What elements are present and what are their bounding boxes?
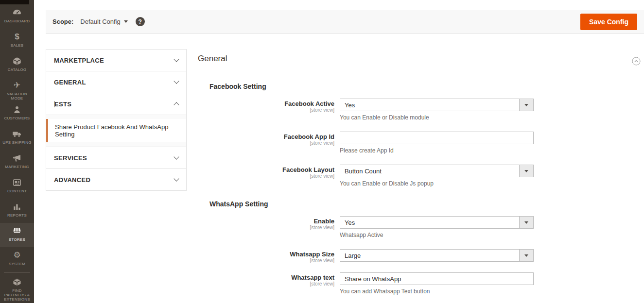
field-label: Facebook App Id [store view] xyxy=(198,132,340,154)
chevron-down-icon xyxy=(174,176,179,181)
scope-switcher[interactable]: Default Config xyxy=(80,18,127,25)
save-config-button[interactable]: Save Config xyxy=(580,14,637,30)
field-control: You can add Whatsapp Text button xyxy=(340,272,534,295)
help-icon[interactable]: ? xyxy=(136,17,145,26)
sidebar-item-marketing[interactable]: MARKETING xyxy=(0,150,34,174)
reports-icon xyxy=(12,202,22,212)
sidebar-item-sales[interactable]: $ SALES xyxy=(0,29,34,53)
caret-down-icon xyxy=(524,170,528,172)
field-scope-hint: [store view] xyxy=(198,173,334,179)
field-label: Facebook Layout [store view] xyxy=(198,165,340,187)
admin-sidebar: DASHBOARD $ SALES CATALOG ✈ VACATION MOD… xyxy=(0,0,34,303)
config-nav-header-general[interactable]: GENERAL xyxy=(46,71,186,93)
field-note: You can Enable or Disable Js popup xyxy=(340,180,534,187)
sidebar-item-label: VACATION MODE xyxy=(1,92,33,101)
chevron-down-icon xyxy=(174,78,179,84)
facebook-active-select[interactable]: Yes xyxy=(340,99,534,111)
whatsapp-setting-fields: Enable [store view] Yes Whatsapp Active xyxy=(198,216,625,295)
sidebar-item-label: CONTENT xyxy=(1,189,33,193)
catalog-icon xyxy=(12,56,22,66)
select-value: Yes xyxy=(340,99,519,111)
config-nav-header-ests[interactable]: ESTS xyxy=(46,93,186,115)
config-nav: MARKETPLACE GENERAL ESTS xyxy=(46,49,187,303)
section-title: ADVANCED xyxy=(54,176,90,184)
field-label-text: Facebook Active xyxy=(198,100,334,107)
section-title: SERVICES xyxy=(54,154,87,162)
sidebar-item-stores[interactable]: STORES xyxy=(0,223,34,247)
sidebar-item-label: DASHBOARD xyxy=(1,19,33,23)
select-dropdown-button[interactable] xyxy=(519,165,533,177)
caret-down-icon xyxy=(524,104,528,106)
collapse-section-icon[interactable] xyxy=(632,57,641,66)
sidebar-item-customers[interactable]: CUSTOMERS xyxy=(0,101,34,126)
select-dropdown-button[interactable] xyxy=(519,217,533,228)
sidebar-item-label: REPORTS xyxy=(1,213,33,218)
section-title: GENERAL xyxy=(54,79,86,86)
field-label-text: Whatsapp Size xyxy=(198,251,334,258)
sidebar-item-dashboard[interactable]: DASHBOARD xyxy=(0,4,34,29)
config-nav-section-general: GENERAL xyxy=(46,71,187,93)
config-nav-section-ests: ESTS Share Product Facebook And WhatsApp… xyxy=(46,93,187,147)
marketing-icon xyxy=(12,153,22,163)
sidebar-item-label: FIND PARTNERS & EXTENSIONS xyxy=(1,288,33,302)
config-nav-item-share-product-setting[interactable]: Share Product Facebook And WhatsApp Sett… xyxy=(46,119,186,142)
select-value: Large xyxy=(340,250,519,261)
caret-down-icon xyxy=(524,254,528,257)
facebook-layout-select[interactable]: Button Count xyxy=(340,165,534,177)
stores-icon xyxy=(12,226,22,236)
ups-shipping-icon xyxy=(12,129,22,139)
facebook-app-id-input[interactable] xyxy=(340,132,534,144)
field-note: Whatsapp Active xyxy=(340,232,534,238)
select-value: Yes xyxy=(340,217,519,228)
whatsapp-text-input[interactable] xyxy=(340,272,534,285)
whatsapp-size-select[interactable]: Large xyxy=(340,249,534,262)
admin-config-page: DASHBOARD $ SALES CATALOG ✈ VACATION MOD… xyxy=(0,0,644,303)
select-dropdown-button[interactable] xyxy=(519,250,533,261)
sidebar-item-label: MARKETING xyxy=(1,165,33,169)
caret-down-icon xyxy=(524,221,528,224)
section-title: MARKETPLACE xyxy=(54,57,104,64)
field-control: Yes You can Enable or Disable module xyxy=(340,99,534,121)
sidebar-divider xyxy=(4,272,30,273)
main-area: Scope: Default Config ? Save Config MARK… xyxy=(34,0,644,303)
chevron-down-icon xyxy=(124,20,128,23)
config-nav-header-services[interactable]: SERVICES xyxy=(46,147,186,168)
field-label: Whatsapp Size [store view] xyxy=(198,249,340,264)
field-control: Large xyxy=(340,249,534,264)
select-dropdown-button[interactable] xyxy=(519,99,533,111)
content-icon xyxy=(12,178,22,187)
field-control: Button Count You can Enable or Disable J… xyxy=(340,165,534,187)
page-actions-bar: Scope: Default Config ? Save Config xyxy=(46,10,644,34)
whatsapp-setting-heading: WhatsApp Setting xyxy=(209,200,625,209)
config-nav-header-advanced[interactable]: ADVANCED xyxy=(46,169,186,190)
field-scope-hint: [store view] xyxy=(198,107,334,113)
sidebar-item-vacation-mode[interactable]: ✈ VACATION MODE xyxy=(0,77,34,101)
field-row-facebook-app-id: Facebook App Id [store view] Please crea… xyxy=(198,132,625,154)
facebook-setting-fields: Facebook Active [store view] Yes You can… xyxy=(198,99,625,187)
whatsapp-enable-select[interactable]: Yes xyxy=(340,216,534,229)
field-label: Facebook Active [store view] xyxy=(198,99,340,121)
page-title: General xyxy=(198,53,625,65)
field-row-whatsapp-text: Whatsapp text [store view] You can add W… xyxy=(198,272,625,295)
sidebar-item-ups-shipping[interactable]: UPS SHIPPING xyxy=(0,126,34,150)
chevron-down-icon xyxy=(174,154,179,159)
sidebar-item-content[interactable]: CONTENT xyxy=(0,174,34,199)
vacation-mode-icon: ✈ xyxy=(14,81,20,90)
sidebar-item-catalog[interactable]: CATALOG xyxy=(0,53,34,77)
sidebar-item-reports[interactable]: REPORTS xyxy=(0,199,34,223)
select-value: Button Count xyxy=(340,165,519,177)
field-scope-hint: [store view] xyxy=(198,140,334,146)
field-label-text: Facebook App Id xyxy=(198,133,334,140)
sidebar-item-system[interactable]: ⚙ SYSTEM xyxy=(0,247,34,271)
field-row-whatsapp-enable: Enable [store view] Yes Whatsapp Active xyxy=(198,216,625,238)
field-label-text: Facebook Layout xyxy=(198,166,334,173)
sales-icon: $ xyxy=(15,32,19,42)
config-nav-header-marketplace[interactable]: MARKETPLACE xyxy=(46,50,186,71)
sidebar-item-find-partners[interactable]: FIND PARTNERS & EXTENSIONS xyxy=(0,274,34,298)
magento-logo-strip[interactable] xyxy=(0,0,29,4)
field-scope-hint: [store view] xyxy=(198,225,334,231)
field-label-text: Enable xyxy=(198,218,334,225)
config-nav-expanded-body: Share Product Facebook And WhatsApp Sett… xyxy=(46,115,186,147)
field-note: You can Enable or Disable module xyxy=(340,114,534,121)
field-note: You can add Whatsapp Text button xyxy=(340,288,534,295)
